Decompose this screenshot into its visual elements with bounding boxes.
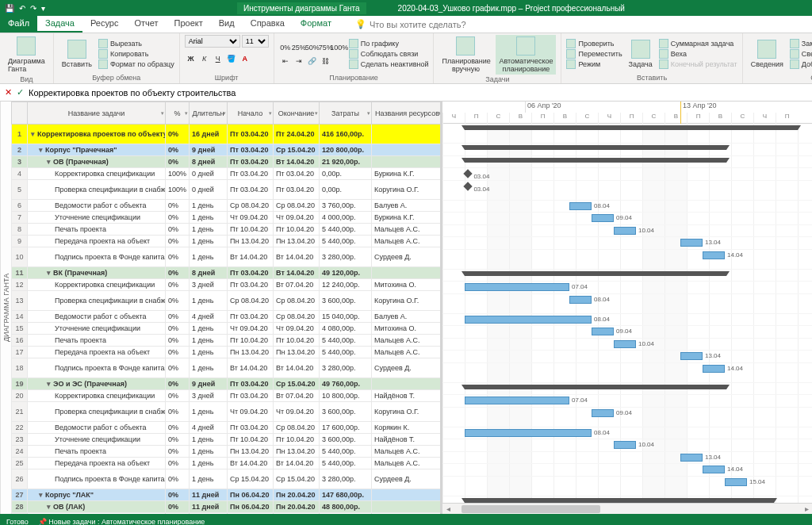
task-bar[interactable]: 09.04 <box>592 328 614 335</box>
col-duration[interactable]: Длительн▾ <box>190 102 228 125</box>
cell-end[interactable]: Пн 13.04.20 <box>274 446 320 458</box>
collapse-icon[interactable]: ▾ <box>47 158 53 166</box>
cell-duration[interactable]: 1 день <box>190 446 228 458</box>
info-button[interactable]: Сведения <box>748 38 787 70</box>
cell-start[interactable]: Пт 10.04.20 <box>228 335 274 347</box>
chevron-down-icon[interactable]: ▾ <box>315 110 318 117</box>
cell-cost[interactable]: 5 440,00р. <box>320 347 372 358</box>
cell-end[interactable]: Ср 15.04.20 <box>274 144 320 156</box>
cell-pct[interactable]: 0% <box>166 144 190 156</box>
cell-duration[interactable]: 1 день <box>190 212 228 224</box>
gantt-row[interactable]: 09.04 <box>442 408 812 427</box>
cell-resources[interactable]: Мальцев А.С. <box>372 236 443 247</box>
gantt-row[interactable]: 14.04 <box>442 464 812 477</box>
cell-resources[interactable]: Буркина К.Г. <box>372 212 443 224</box>
cell-duration[interactable]: 11 дней <box>190 489 228 501</box>
cell-name[interactable]: Ведомости работ с объекта <box>28 311 166 323</box>
cell-resources[interactable]: Найдёнов Т. <box>372 390 443 402</box>
gantt-row[interactable]: 07.04 <box>442 395 812 408</box>
save-icon[interactable]: 💾 <box>5 4 14 13</box>
cell-end[interactable]: Пт 24.04.20 <box>274 125 320 144</box>
summary-bar[interactable] <box>465 385 726 389</box>
cell-end[interactable]: Вт 14.04.20 <box>274 267 320 279</box>
tab-view[interactable]: Вид <box>211 16 243 33</box>
table-row[interactable]: 14Ведомости работ с объекта0%4 днейПт 03… <box>12 311 443 323</box>
task-bar[interactable]: 10.04 <box>614 227 636 235</box>
cell-name[interactable]: Уточнение спецификации <box>28 212 166 224</box>
gantt-row[interactable]: 08.04 <box>442 427 812 440</box>
cell-start[interactable]: Пн 13.04.20 <box>228 236 274 247</box>
cell-pct[interactable]: 0% <box>166 513 190 515</box>
gantt-row[interactable] <box>442 270 812 282</box>
cell-duration[interactable]: 0 дней <box>190 168 228 180</box>
underline-button[interactable]: Ч <box>212 52 224 65</box>
cell-end[interactable]: Пн 20.04.20 <box>274 501 320 513</box>
table-row[interactable]: 4Корректировка спецификации100%0 днейПт … <box>12 168 443 180</box>
collapse-icon[interactable]: ▾ <box>39 491 45 499</box>
outdent-button[interactable]: ⇤ <box>279 55 292 67</box>
cell-cost[interactable]: 147 680,00р. <box>320 489 372 501</box>
table-row[interactable]: 21Проверка спецификации в снабжении0%1 д… <box>12 402 443 422</box>
cell-cost[interactable]: 416 160,00р. <box>320 125 372 144</box>
cell-name[interactable]: Корректировка спецификации <box>28 279 166 291</box>
cell-start[interactable]: Чт 09.04.20 <box>228 402 274 422</box>
cell-name[interactable]: Корректировка спецификации <box>28 168 166 180</box>
cell-duration[interactable]: 16 дней <box>190 125 228 144</box>
cell-pct[interactable]: 0% <box>166 422 190 434</box>
cell-duration[interactable]: 1 день <box>190 434 228 446</box>
table-row[interactable]: 28▾ОВ (ЛАК)0%11 днейПн 06.04.20Пн 20.04.… <box>12 501 443 513</box>
chevron-down-icon[interactable]: ▾ <box>161 110 164 117</box>
chevron-down-icon[interactable]: ▾ <box>439 110 442 117</box>
cell-duration[interactable]: 1 день <box>190 335 228 347</box>
col-end[interactable]: Окончание▾ <box>274 102 320 125</box>
cell-duration[interactable]: 1 день <box>190 402 228 422</box>
task-bar[interactable]: 13.04 <box>680 239 703 247</box>
cell-resources[interactable] <box>372 489 443 501</box>
cell-name[interactable]: Печать проекта <box>28 335 166 347</box>
cell-pct[interactable]: 0% <box>166 347 190 358</box>
cell-end[interactable]: Ср 15.04.20 <box>274 378 320 390</box>
chevron-down-icon[interactable]: ▾ <box>269 110 272 117</box>
gantt-row[interactable]: 08.04 <box>442 294 812 314</box>
cell-end[interactable]: Пт 03.04.20 <box>274 180 320 200</box>
gantt-row[interactable]: 07.04 <box>442 282 812 294</box>
cell-duration[interactable]: 1 день <box>190 236 228 247</box>
cell-start[interactable]: Вт 14.04.20 <box>228 358 274 378</box>
task-bar[interactable]: 09.04 <box>592 409 614 417</box>
cell-name[interactable]: Печать проекта <box>28 224 166 236</box>
cell-start[interactable]: Пт 10.04.20 <box>228 224 274 236</box>
cell-resources[interactable]: Коругина О.Г. <box>372 402 443 422</box>
cell-cost[interactable]: 21 920,00р. <box>320 156 372 168</box>
tab-file[interactable]: Файл <box>0 16 37 33</box>
cell-start[interactable]: Пн 06.04.20 <box>228 501 274 513</box>
gantt-row[interactable] <box>442 144 812 156</box>
notes-button[interactable]: Заметки задачи <box>790 39 812 48</box>
table-row[interactable]: 10Подпись проекта в Фонде капитального с… <box>12 247 443 267</box>
milestone-marker[interactable]: 03.04 <box>463 182 472 190</box>
tab-resource[interactable]: Ресурс <box>82 16 126 33</box>
cell-pct[interactable]: 0% <box>166 323 190 335</box>
task-bar[interactable]: 10.04 <box>614 340 636 348</box>
gantt-row[interactable] <box>442 383 812 396</box>
table-row[interactable]: 8Печать проекта0%1 деньПт 10.04.20Пт 10.… <box>12 224 443 236</box>
cell-resources[interactable]: Корякин К. <box>372 422 443 434</box>
cell-start[interactable]: Пт 03.04.20 <box>228 156 274 168</box>
task-button[interactable]: Задача <box>626 38 656 70</box>
cell-name[interactable]: ▾ЭО и ЭС (Прачечная) <box>28 378 166 390</box>
cell-end[interactable]: Ср 15.04.20 <box>274 469 320 489</box>
cell-start[interactable]: Ср 08.04.20 <box>228 200 274 212</box>
collapse-icon[interactable]: ▾ <box>39 146 45 154</box>
cell-pct[interactable]: 0% <box>166 125 190 144</box>
cell-resources[interactable]: Сурдеев Д. <box>372 469 443 489</box>
deliverable-button[interactable]: Конечный результат <box>659 59 737 69</box>
cell-resources[interactable] <box>372 267 443 279</box>
accept-entry-icon[interactable]: ✓ <box>17 87 24 98</box>
cell-duration[interactable]: 0 дней <box>190 180 228 200</box>
cell-end[interactable]: Пн 13.04.20 <box>274 236 320 247</box>
cell-resources[interactable] <box>372 144 443 156</box>
cell-cost[interactable]: 49 120,00р. <box>320 267 372 279</box>
cell-duration[interactable]: 3 дней <box>190 390 228 402</box>
col-start[interactable]: Начало▾ <box>228 102 274 125</box>
cancel-entry-icon[interactable]: ✕ <box>5 87 12 98</box>
cell-start[interactable]: Пт 03.04.20 <box>228 390 274 402</box>
